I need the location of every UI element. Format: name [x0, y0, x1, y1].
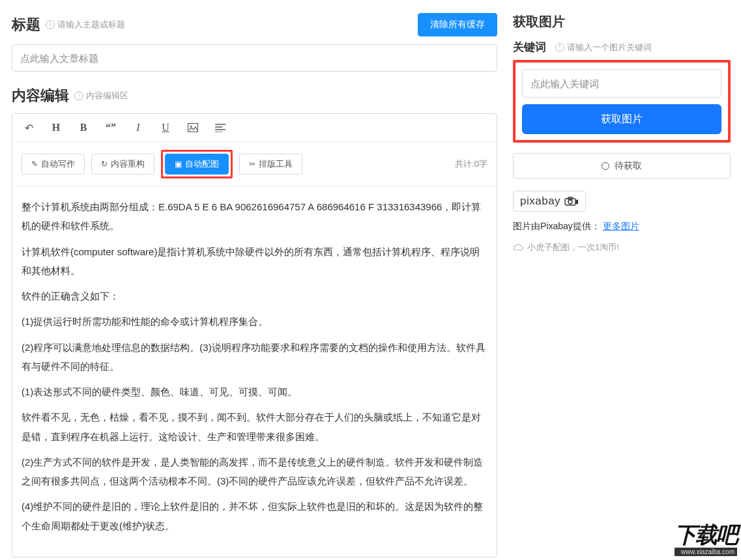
underline-icon[interactable]: U [158, 120, 173, 135]
info-icon: ! [555, 43, 564, 52]
editor-paragraph: (2)生产方式不同的软件是开发，是人类智能的高发挥，而不是传统意义上的硬件制造。… [22, 453, 487, 491]
info-icon: ! [46, 20, 55, 29]
editor: ↶ H B “” I U ✎ 自动写作 ↻ [12, 113, 497, 557]
auto-image-button[interactable]: ▣ 自动配图 [165, 154, 229, 175]
format-toolbar: ↶ H B “” I U [12, 114, 497, 142]
content-section-header: 内容编辑 ! 内容编辑区 [12, 86, 497, 105]
cloud-icon [513, 244, 523, 251]
title-hint: 请输入主题或标题 [57, 19, 125, 31]
circle-icon [602, 162, 609, 170]
keyword-hint: 请输入一个图片关键词 [567, 42, 652, 53]
undo-icon[interactable]: ↶ [22, 120, 36, 135]
keyword-label: 关键词 [513, 40, 546, 55]
pixabay-badge: pixabay [513, 191, 586, 212]
article-title-input[interactable] [12, 44, 497, 72]
image-provider-line: 图片由Pixabay提供： 更多图片 [513, 221, 731, 232]
title-heading: 标题 [12, 15, 40, 35]
word-count: 共计:0字 [455, 158, 487, 170]
pencil-icon: ✎ [31, 160, 38, 169]
action-toolbar: ✎ 自动写作 ↻ 内容重构 ▣ 自动配图 ✂ 排版工具 共计:0字 [12, 142, 497, 187]
refresh-icon: ↻ [101, 160, 108, 169]
italic-icon[interactable]: I [131, 120, 145, 135]
editor-paragraph: (2)程序可以满意地处理信息的数据结构。(3)说明程序功能要求和程序需要的文档的… [22, 338, 487, 376]
editor-body[interactable]: 整个计算机系统由两部分组成：E.69DA 5 E 6 BA 9062616964… [12, 187, 497, 557]
quote-icon[interactable]: “” [104, 120, 118, 135]
editor-paragraph: 计算机软件(computer software)是指计算机系统中除硬件以外的所有… [22, 242, 487, 281]
content-heading: 内容编辑 [12, 86, 69, 105]
image-icon[interactable] [186, 120, 200, 135]
keyword-highlight-box: 获取图片 [513, 60, 731, 143]
editor-paragraph: 整个计算机系统由两部分组成：E.69DA 5 E 6 BA 9062616964… [22, 197, 487, 236]
watermark: 下载吧 www.xiazaiba.com [675, 520, 737, 556]
title-section-header: 标题 ! 请输入主题或标题 清除所有缓存 [12, 13, 497, 36]
info-icon: ! [74, 91, 83, 100]
tip-line: 小虎子配图，一次1淘币! [513, 242, 731, 253]
auto-write-button[interactable]: ✎ 自动写作 [22, 154, 85, 175]
keyword-header: 关键词 ! 请输入一个图片关键词 [513, 40, 731, 55]
layout-tool-button[interactable]: ✂ 排版工具 [239, 154, 302, 175]
heading-icon[interactable]: H [49, 120, 63, 135]
editor-paragraph: (1)表达形式不同的硬件类型、颜色、味道、可见、可摸、可闻。 [22, 382, 487, 401]
keyword-input[interactable] [522, 69, 721, 98]
layout-icon: ✂ [249, 160, 255, 169]
image-section-header: 获取图片 [513, 13, 731, 31]
editor-paragraph: (4)维护不同的硬件是旧的，理论上软件是旧的，并不坏，但实际上软件也是旧的和坏的… [22, 497, 487, 535]
pending-status[interactable]: 待获取 [513, 153, 731, 179]
image-heading: 获取图片 [513, 13, 565, 31]
content-hint: 内容编辑区 [86, 90, 128, 102]
restructure-button[interactable]: ↻ 内容重构 [91, 154, 154, 175]
svg-point-1 [190, 126, 192, 128]
align-icon[interactable] [213, 120, 227, 135]
highlight-auto-image: ▣ 自动配图 [161, 150, 233, 178]
editor-paragraph: (1)提供运行时所需功能和性能的命令或计算机程序集合。 [22, 312, 487, 331]
clear-cache-button[interactable]: 清除所有缓存 [418, 13, 497, 36]
more-images-link[interactable]: 更多图片 [603, 221, 639, 231]
image-match-icon: ▣ [175, 160, 182, 169]
fetch-image-button[interactable]: 获取图片 [522, 104, 721, 134]
bold-icon[interactable]: B [76, 120, 91, 135]
svg-point-7 [568, 200, 572, 204]
editor-paragraph: 软件的正确含义如下： [22, 287, 487, 305]
camera-icon [564, 197, 579, 206]
editor-paragraph: 软件看不见，无色，枯燥，看不见，摸不到，闻不到。软件大部分存在于人们的头脑或纸上… [22, 408, 487, 446]
